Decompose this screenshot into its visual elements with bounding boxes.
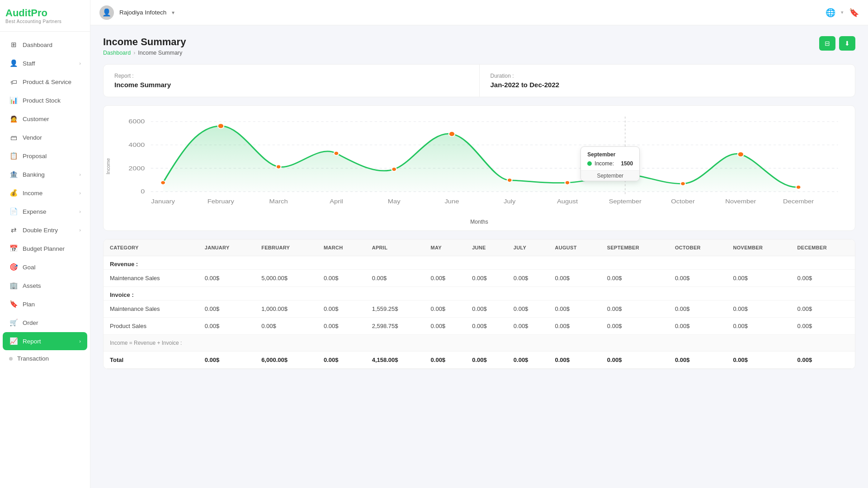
sidebar-label-product-service: Product & Service — [23, 79, 81, 85]
sidebar-label-banking: Banking — [23, 171, 79, 178]
report-info: Report : Income Summary Duration : Jan-2… — [103, 64, 855, 97]
svg-point-12 — [392, 167, 396, 171]
chart-y-label: Income — [105, 158, 111, 174]
sidebar-item-customer[interactable]: 🙍Customer — [3, 110, 87, 128]
sidebar-item-assets[interactable]: 🏢Assets — [3, 277, 87, 295]
sidebar-item-product-service[interactable]: 🏷Product & Service — [3, 73, 87, 91]
col-category: CATEGORY — [104, 239, 198, 256]
sidebar-item-dashboard[interactable]: ⊞Dashboard — [3, 36, 87, 54]
page-title: Income Summary — [103, 36, 186, 48]
chevron-income: › — [79, 190, 81, 196]
breadcrumb-separator: › — [133, 50, 135, 56]
col-march: MARCH — [317, 239, 366, 256]
breadcrumb: Dashboard › Income Summary — [103, 50, 186, 56]
col-july: JULY — [507, 239, 549, 256]
svg-point-17 — [680, 182, 685, 186]
sidebar-label-income: Income — [23, 190, 79, 197]
duration-value: Jan-2022 to Dec-2022 — [491, 81, 844, 89]
chart-svg: 6000 4000 2000 0 — [114, 117, 844, 216]
chevron-banking: › — [79, 172, 81, 177]
tooltip-income-value: 1500 — [621, 160, 633, 167]
chevron-expense: › — [79, 209, 81, 214]
sidebar-item-transaction[interactable]: Transaction — [3, 351, 87, 366]
sidebar-item-proposal[interactable]: 📋Proposal — [3, 147, 87, 165]
budget-planner-icon: 📅 — [9, 244, 18, 253]
sidebar-item-expense[interactable]: 📄Expense› — [3, 202, 87, 221]
user-chevron[interactable]: ▾ — [172, 9, 175, 16]
svg-point-18 — [738, 152, 744, 157]
svg-text:May: May — [388, 199, 401, 205]
tooltip-income-label: Income: — [594, 160, 614, 167]
income-icon: 💰 — [9, 188, 18, 197]
sidebar-item-banking[interactable]: 🏦Banking› — [3, 165, 87, 183]
income-table: CATEGORYJANUARYFEBRUARYMARCHAPRILMAYJUNE… — [104, 239, 855, 369]
sidebar-label-transaction: Transaction — [17, 355, 81, 362]
vendor-icon: 🗃 — [9, 133, 18, 142]
bookmark-icon[interactable]: 🔖 — [849, 8, 859, 18]
dot-icon — [9, 357, 13, 361]
svg-point-14 — [507, 178, 512, 182]
svg-text:2000: 2000 — [128, 165, 145, 171]
svg-text:6000: 6000 — [128, 118, 145, 125]
sidebar-label-dashboard: Dashboard — [23, 42, 81, 48]
user-name: Rajodiya Infotech — [119, 9, 166, 16]
sidebar-label-order: Order — [23, 319, 81, 326]
formula-row: Income = Revenue + Invoice : — [104, 335, 855, 352]
page-header: Income Summary Dashboard › Income Summar… — [103, 36, 855, 56]
sidebar-item-double-entry[interactable]: ⇄Double Entry› — [3, 221, 87, 239]
duration-label: Duration : — [491, 73, 844, 79]
table-row: Maintenance Sales0.00$5,000.00$0.00$0.00… — [104, 270, 855, 287]
avatar: 👤 — [99, 5, 114, 20]
download-button[interactable]: ⬇ — [839, 36, 855, 51]
svg-text:0: 0 — [141, 188, 145, 195]
sidebar-item-vendor[interactable]: 🗃Vendor — [3, 128, 87, 146]
table-body: Revenue :Maintenance Sales0.00$5,000.00$… — [104, 256, 855, 369]
topbar-right: 🌐 ▾ 🔖 — [826, 8, 859, 18]
chevron-double-entry: › — [79, 227, 81, 233]
table-header: CATEGORYJANUARYFEBRUARYMARCHAPRILMAYJUNE… — [104, 239, 855, 256]
sidebar-item-report[interactable]: 📈Report› — [3, 332, 87, 350]
col-october: OCTOBER — [669, 239, 727, 256]
section-label-row: Invoice : — [104, 287, 855, 300]
sidebar-item-plan[interactable]: 🔖Plan — [3, 295, 87, 313]
page-header-left: Income Summary Dashboard › Income Summar… — [103, 36, 186, 56]
tooltip-bottom: September — [581, 170, 639, 181]
table-row: Maintenance Sales0.00$1,000.00$0.00$1,55… — [104, 300, 855, 318]
sidebar-item-goal[interactable]: 🎯Goal — [3, 258, 87, 276]
sidebar-label-report: Report — [23, 338, 79, 345]
proposal-icon: 📋 — [9, 151, 18, 160]
logo: AuditPro Best Accounting Partners — [0, 0, 90, 32]
sidebar-item-product-stock[interactable]: 📊Product Stock — [3, 91, 87, 109]
customer-icon: 🙍 — [9, 114, 18, 123]
sidebar-item-order[interactable]: 🛒Order — [3, 314, 87, 332]
sidebar-label-customer: Customer — [23, 116, 81, 122]
report-icon: 📈 — [9, 337, 18, 346]
breadcrumb-home[interactable]: Dashboard — [103, 50, 131, 56]
table-row: Product Sales0.00$0.00$0.00$2,598.75$0.0… — [104, 318, 855, 335]
sidebar-label-double-entry: Double Entry — [23, 227, 79, 234]
svg-text:April: April — [330, 199, 343, 205]
sidebar-label-product-stock: Product Stock — [23, 97, 81, 104]
svg-text:September: September — [609, 199, 642, 205]
sidebar-label-assets: Assets — [23, 282, 81, 289]
header-actions: ⊟ ⬇ — [819, 36, 855, 51]
filter-button[interactable]: ⊟ — [819, 36, 835, 51]
col-november: NOVEMBER — [726, 239, 791, 256]
content: Income Summary Dashboard › Income Summar… — [90, 25, 868, 488]
svg-point-19 — [796, 185, 801, 189]
chevron-staff: › — [79, 61, 81, 66]
globe-icon[interactable]: 🌐 — [826, 8, 835, 18]
table-header-row: CATEGORYJANUARYFEBRUARYMARCHAPRILMAYJUNE… — [104, 239, 855, 256]
logo-subtitle: Best Accounting Partners — [5, 19, 85, 24]
sidebar-item-staff[interactable]: 👤Staff› — [3, 54, 87, 72]
svg-point-13 — [449, 131, 455, 136]
chevron-globe: ▾ — [841, 9, 844, 15]
product-stock-icon: 📊 — [9, 96, 18, 105]
svg-point-15 — [565, 181, 570, 185]
sidebar-item-income[interactable]: 💰Income› — [3, 184, 87, 202]
col-april: APRIL — [366, 239, 425, 256]
col-august: AUGUST — [548, 239, 600, 256]
sidebar-label-budget-planner: Budget Planner — [23, 245, 81, 252]
section-label-row: Revenue : — [104, 256, 855, 270]
sidebar-item-budget-planner[interactable]: 📅Budget Planner — [3, 239, 87, 258]
